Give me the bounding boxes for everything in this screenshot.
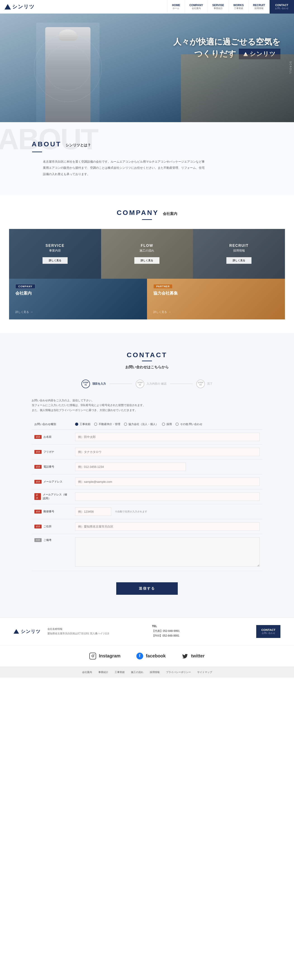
contact-header: CONTACT [32, 351, 262, 361]
phone-label: 電話番号 [43, 465, 54, 469]
social-item-twitter[interactable]: twitter [181, 653, 205, 659]
step-1-circle: STEP01 [81, 380, 90, 388]
hero-section: 人々が快適に過ごせる空気を つくりだす シンリツ SCROLL [0, 14, 294, 122]
form-field-postal: ※自動で住所が入力されます [72, 504, 262, 519]
footer-logo-text: シンリツ [21, 628, 41, 635]
card-service[interactable]: SERVICE 事業内容 詳しく見る [9, 229, 101, 279]
footer-contact-btn[interactable]: CONTACT お問い合わせ [256, 625, 280, 638]
form-row-notes: 任意 ご備考 [32, 534, 262, 571]
optional-badge-notes: 任意 [34, 538, 41, 542]
about-divider [32, 151, 42, 152]
step-2: STEP02 入力内容の 確認 [136, 380, 166, 388]
notes-textarea[interactable] [75, 537, 260, 567]
address-input[interactable] [75, 522, 260, 531]
inquiry-option-realestate[interactable]: 不動産仲介・管理 [94, 422, 120, 426]
inquiry-option-other[interactable]: その他 問い合わせ [175, 422, 202, 426]
footer-main: シンリツ 会社名称情報 愛知県名古屋市天白区焼山3丁目1201 宮八番ハイツ11… [0, 617, 294, 645]
nav-item-works[interactable]: WORKS 工事実績 [229, 0, 248, 14]
about-section-ja: シンリツとは？ [65, 143, 91, 148]
card-flow[interactable]: FLOW 施工の流れ 詳しく見る [101, 229, 193, 279]
step-3-label: 完了 [207, 382, 213, 386]
inquiry-option-partner[interactable]: 協力会社（法人・個人） [124, 422, 158, 426]
footer-nav: 会社案内 事業紹介 工事実績 施工の流れ 採用情報 プライバシーポリシー サイト… [0, 667, 294, 678]
social-item-facebook[interactable]: f facebook [137, 653, 166, 659]
name-label: お名前 [43, 435, 52, 439]
form-label-cell-email: 必須 メールアドレス [32, 474, 72, 489]
bottom-card-partner[interactable]: PARTNER 協力会社募集 詳しく見る → [147, 279, 285, 320]
social-bar: Instagram f facebook twitter [0, 645, 294, 667]
form-label-cell-inquiry: お問い合わせ種別 [32, 419, 72, 430]
social-item-instagram[interactable]: Instagram [89, 653, 121, 659]
furigana-input[interactable] [75, 448, 260, 456]
step-3-circle: STEP03 [196, 380, 205, 388]
form-row-furigana: 必須 フリガナ [32, 444, 262, 459]
contact-note-2: 当フォームにご入力いただいた情報は、SSL暗号化により暗号化された状態で送信され… [32, 403, 262, 408]
postal-input[interactable] [75, 508, 111, 516]
footer-tel-2: 【FAX】052-848-9991 [152, 633, 250, 638]
footer-nav-service[interactable]: 事業紹介 [99, 671, 108, 674]
about-bg-text: ABOUT [0, 124, 98, 154]
contact-notes: お問い合わせ内容をご入力の上、送信して下さい。 当フォームにご入力いただいた情報… [32, 398, 262, 413]
about-section-en: ABOUT [32, 140, 62, 148]
footer-nav-company[interactable]: 会社案内 [82, 671, 92, 674]
required-badge-name: 必須 [34, 435, 41, 439]
footer-nav-works[interactable]: 工事実績 [114, 671, 125, 674]
name-input[interactable] [75, 433, 260, 441]
step-1: STEP01 項目を入力 [81, 380, 106, 388]
email-input[interactable] [75, 477, 260, 486]
submit-button[interactable]: 送信する [116, 582, 178, 595]
nav-item-company[interactable]: COMPANY 会社案内 [184, 0, 207, 14]
postal-label: 郵便番号 [43, 510, 54, 514]
phone-input[interactable] [75, 463, 186, 471]
inquiry-option-construction[interactable]: 工事依頼 [75, 422, 91, 426]
card-flow-btn[interactable]: 詳しく見る [134, 257, 159, 264]
footer-nav-recruit[interactable]: 採用情報 [150, 671, 160, 674]
bottom-card-company[interactable]: COMPANY 会社案内 詳しく見る → [9, 279, 147, 320]
nav-item-service[interactable]: SERVISE 事業紹介 [208, 0, 229, 14]
bottom-card-company-title: 会社案内 [15, 291, 141, 296]
form-label-cell-email-confirm: 必須 メールアドレス（確認用） [32, 489, 72, 504]
header: シンリツ HOME ホーム COMPANY 会社案内 SERVISE 事業紹介 … [0, 0, 294, 14]
postal-note: ※自動で住所が入力されます [115, 510, 147, 513]
card-recruit-btn[interactable]: 詳しく見る [226, 257, 251, 264]
footer-nav-flow[interactable]: 施工の流れ [131, 671, 143, 674]
nav-item-contact[interactable]: CONTACT お問い合わせ [270, 0, 294, 14]
contact-section-en: CONTACT [127, 351, 167, 359]
company-section-en: COMPANY [117, 209, 159, 216]
card-service-btn[interactable]: 詳しく見る [43, 257, 68, 264]
form-field-furigana [72, 444, 262, 459]
email-label: メールアドレス [43, 480, 62, 484]
step-2-circle: STEP02 [136, 380, 144, 388]
card-recruit[interactable]: RECRUIT 採用情報 詳しく見る [193, 229, 285, 279]
footer-nav-sitemap[interactable]: サイトマップ [197, 671, 212, 674]
facebook-label: facebook [146, 653, 166, 659]
inquiry-option-recruit[interactable]: 採用 [162, 422, 172, 426]
card-flow-ja: 施工の流れ [140, 249, 154, 253]
email-confirm-input[interactable] [75, 493, 260, 501]
nav-item-recruit[interactable]: RECRUIT 採用情報 [248, 0, 270, 14]
step-2-label: 入力内容の 確認 [146, 382, 166, 386]
nav-company-en: COMPANY [189, 4, 203, 7]
form-row-email-confirm: 必須 メールアドレス（確認用） [32, 489, 262, 504]
footer-info-area: 会社名称情報 愛知県名古屋市天白区焼山3丁目1201 宮八番ハイツ113 [48, 627, 145, 636]
nav-contact-en: CONTACT [275, 4, 288, 7]
instagram-icon [89, 653, 96, 659]
header-logo[interactable]: シンリツ [5, 3, 35, 10]
nav-home-ja: ホーム [173, 7, 180, 10]
required-badge-email: 必須 [34, 480, 41, 484]
card-recruit-en: RECRUIT [229, 243, 248, 248]
footer-tel-label: TEL [152, 625, 250, 628]
bottom-card-company-link[interactable]: 詳しく見る → [15, 310, 141, 314]
footer-address: 愛知県名古屋市天白区焼山3丁目1201 宮八番ハイツ113 [48, 632, 145, 636]
logo-text: シンリツ [12, 3, 35, 10]
footer-logo-triangle-icon [14, 629, 19, 634]
nav-item-home[interactable]: HOME ホーム [167, 0, 184, 14]
form-field-address [72, 519, 262, 534]
contact-section: CONTACT お問い合わせはこちらから STEP01 項目を入力 STEP02… [0, 333, 294, 617]
company-divider [142, 219, 152, 220]
nav-company-ja: 会社案内 [192, 7, 201, 10]
contact-subtitle: お問い合わせはこちらから [32, 365, 262, 370]
footer-logo-area[interactable]: シンリツ [14, 628, 41, 635]
footer-nav-privacy[interactable]: プライバシーポリシー [166, 671, 191, 674]
bottom-card-partner-link[interactable]: 詳しく見る → [153, 310, 279, 314]
